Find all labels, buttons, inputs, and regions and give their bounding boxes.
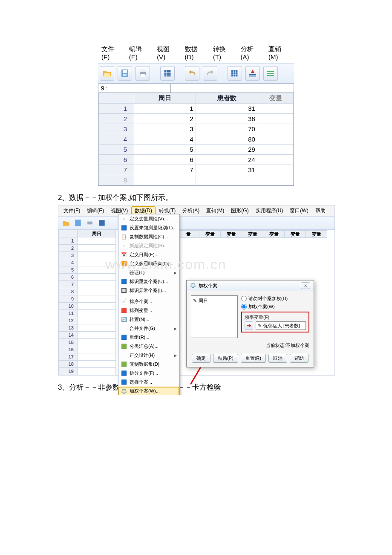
row-header[interactable]: 9 <box>59 295 78 303</box>
dialog-titlebar[interactable]: ⚖️ 加权个案 ✕ <box>187 280 314 291</box>
menu-edit[interactable]: 编辑(E) <box>126 44 153 61</box>
menu-merge-files[interactable]: 合并文件(G)▶ <box>118 324 179 333</box>
menu-graph[interactable]: 图形(G) <box>228 206 252 215</box>
menu-file[interactable]: 文件(F) <box>98 44 126 61</box>
row-header[interactable]: 8 <box>99 175 134 185</box>
col-var[interactable]: 变量 <box>263 231 285 238</box>
cell[interactable]: 5 <box>134 145 196 155</box>
chart-icon[interactable] <box>245 66 260 81</box>
menu-aggregate[interactable]: 🟩分类汇总(A)... <box>118 342 179 351</box>
row-header[interactable]: 17 <box>59 353 78 361</box>
list-icon[interactable] <box>263 66 278 81</box>
cancel-button[interactable]: 取消 <box>268 354 287 363</box>
menu-restructure[interactable]: 🟦重组(R)... <box>118 333 179 342</box>
col-var[interactable]: 变量 <box>258 93 293 104</box>
cell[interactable]: 38 <box>196 114 258 124</box>
menu-copy-dataset[interactable]: 🟩复制数据集(D) <box>118 360 179 369</box>
cell[interactable] <box>258 134 293 145</box>
menu-dmarket[interactable]: 直销(M) <box>203 206 228 215</box>
row-header[interactable]: 3 <box>99 124 134 134</box>
move-right-button[interactable] <box>245 321 253 330</box>
row-header[interactable]: 13 <box>59 324 78 332</box>
row-header[interactable]: 19 <box>59 368 78 375</box>
menu-copy-data-props[interactable]: 📋复制数据属性(C)... <box>118 232 179 241</box>
col-patients[interactable]: 患者数 <box>196 93 258 104</box>
row-header[interactable]: 4 <box>59 259 78 266</box>
menu-define-mrs[interactable]: 🟧定义多重响应集(M)... <box>118 259 179 268</box>
row-header[interactable]: 11 <box>59 310 78 317</box>
print-icon[interactable] <box>85 218 95 228</box>
cell[interactable]: 1 <box>134 104 196 114</box>
cell[interactable] <box>258 104 293 114</box>
cell[interactable] <box>258 124 293 134</box>
row-header[interactable]: 2 <box>99 114 134 124</box>
radio-weight[interactable]: 加权个案(W) <box>241 304 309 310</box>
datasheet-icon[interactable] <box>160 66 175 81</box>
menu-analyze[interactable]: 分析(A) <box>179 206 203 215</box>
close-button[interactable]: ✕ <box>301 282 310 289</box>
var-listbox[interactable]: ✎ 周日 <box>191 295 238 338</box>
row-header[interactable]: 15 <box>59 339 78 346</box>
menu-transpose[interactable]: 🔄转置(N)... <box>118 315 179 324</box>
save-icon[interactable] <box>73 218 83 228</box>
ok-button[interactable]: 确定 <box>192 354 210 363</box>
report-icon[interactable] <box>228 66 242 81</box>
cell[interactable] <box>258 145 293 155</box>
row-header[interactable]: 2 <box>59 245 78 252</box>
row-header[interactable]: 8 <box>59 288 78 295</box>
radio-none[interactable] <box>241 296 247 301</box>
open-icon[interactable] <box>100 66 114 81</box>
menu-define-var-props[interactable]: ▫️定义变量属性(V)... <box>118 214 179 223</box>
row-header[interactable]: 14 <box>59 332 78 339</box>
cell[interactable] <box>134 175 196 185</box>
menu-select-cases[interactable]: 🟦选择个案... <box>118 378 179 387</box>
reset-button[interactable]: 重置(R) <box>241 354 266 363</box>
row-header[interactable]: 4 <box>99 134 134 145</box>
cell[interactable]: 6 <box>134 155 196 165</box>
data-grid-1[interactable]: 周日 患者数 变量 1131 2238 3370 4480 5529 6624 … <box>98 93 294 186</box>
open-icon[interactable] <box>61 218 71 228</box>
menu-id-dup[interactable]: 🟦标识重复个案(U)... <box>118 277 179 286</box>
col-var[interactable]: 变量 <box>306 231 327 238</box>
field-weekday[interactable]: ✎ 周日 <box>193 298 236 304</box>
menu-define-dates[interactable]: 📅定义日期(E)... <box>118 250 179 259</box>
menu-split-file[interactable]: 🟦拆分文件(F)... <box>118 369 179 378</box>
menu-window[interactable]: 窗口(W) <box>286 206 311 215</box>
menu-orthogonal[interactable]: 正交设计(H)▶ <box>118 351 179 360</box>
cell[interactable]: 29 <box>196 145 258 155</box>
cell[interactable] <box>196 175 258 185</box>
col-var[interactable]: 变量 <box>285 231 306 238</box>
menu-data[interactable]: 数据(D) <box>182 44 210 61</box>
paste-button[interactable]: 粘贴(P) <box>213 354 238 363</box>
menu-view[interactable]: 视图(V) <box>153 44 181 61</box>
cell[interactable] <box>258 114 293 124</box>
cell[interactable]: 2 <box>134 114 196 124</box>
cell-value-input[interactable] <box>171 84 294 92</box>
row-header[interactable]: 6 <box>99 155 134 165</box>
menu-sort-cases[interactable]: 📄排序个案... <box>118 297 179 306</box>
radio-no-weight[interactable]: 请勿对个案加权(D) <box>241 295 309 302</box>
cell[interactable]: 80 <box>196 134 258 145</box>
menu-help[interactable]: 帮助 <box>312 206 329 215</box>
radio-weight[interactable] <box>241 304 247 309</box>
undo-icon[interactable] <box>185 66 199 81</box>
row-header[interactable]: 1 <box>59 237 78 245</box>
cell[interactable] <box>258 155 293 165</box>
menu-set-unknown-level[interactable]: 🟦设置未知测量级别(L)... <box>118 223 179 232</box>
menu-dmarket[interactable]: 直销(M) <box>265 44 294 61</box>
row-header[interactable]: 7 <box>99 165 134 175</box>
row-header[interactable]: 16 <box>59 346 78 353</box>
left-data-grid[interactable]: 周日 1 2 3 4 5 6 7 8 9 10 11 12 13 14 15 1… <box>58 230 116 375</box>
row-header[interactable]: 7 <box>59 281 78 288</box>
cell[interactable] <box>258 165 293 175</box>
cell[interactable]: 31 <box>196 165 258 175</box>
col-weekday[interactable]: 周日 <box>78 230 116 237</box>
menu-analyze[interactable]: 分析(A) <box>237 44 265 61</box>
cell[interactable]: 4 <box>134 134 196 145</box>
col-var[interactable]: 量 <box>178 231 199 238</box>
row-header[interactable]: 5 <box>59 266 78 274</box>
row-header[interactable]: 1 <box>99 104 134 114</box>
menu-edit[interactable]: 编辑(E) <box>84 206 107 215</box>
cell[interactable] <box>258 175 293 185</box>
cell[interactable]: 31 <box>196 104 258 114</box>
